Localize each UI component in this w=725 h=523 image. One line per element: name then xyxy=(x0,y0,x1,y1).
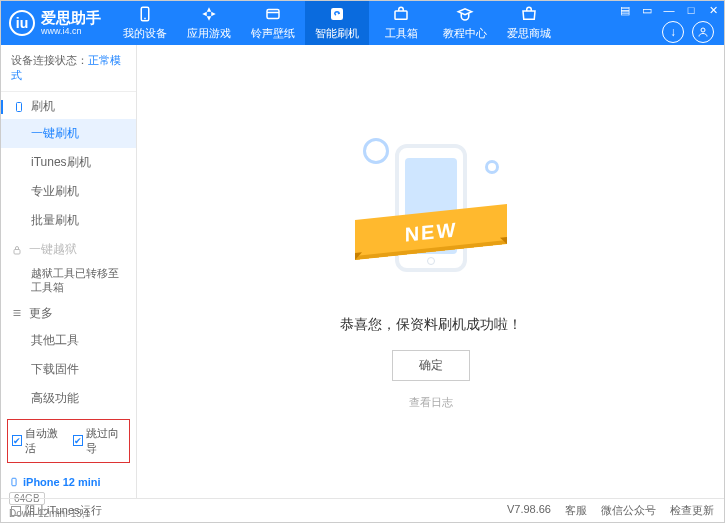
device-name-label: iPhone 12 mini xyxy=(23,476,101,488)
sidebar-item-oneclick-flash[interactable]: 一键刷机 xyxy=(1,119,136,148)
version-label: V7.98.66 xyxy=(507,503,551,518)
nav-my-device[interactable]: 我的设备 xyxy=(113,1,177,45)
checkbox-label: 自动激活 xyxy=(25,426,64,456)
group-label: 更多 xyxy=(29,305,53,322)
checkbox-icon xyxy=(11,506,21,516)
download-icon[interactable]: ↓ xyxy=(662,21,684,43)
check-update-link[interactable]: 检查更新 xyxy=(670,503,714,518)
nav-label: 应用游戏 xyxy=(187,26,231,41)
checkbox-label: 阻止iTunes运行 xyxy=(25,503,102,518)
nav-label: 工具箱 xyxy=(385,26,418,41)
user-icon[interactable] xyxy=(692,21,714,43)
options-box: ✔自动激活 ✔跳过向导 xyxy=(7,419,130,463)
main-nav: 我的设备 应用游戏 铃声壁纸 智能刷机 工具箱 教程中心 爱思商城 xyxy=(113,1,561,45)
group-flash: 刷机 xyxy=(1,92,136,119)
new-ribbon: NEW xyxy=(355,204,507,260)
nav-store[interactable]: 爱思商城 xyxy=(497,1,561,45)
main-content: NEW 恭喜您，保资料刷机成功啦！ 确定 查看日志 xyxy=(137,45,724,498)
success-message: 恭喜您，保资料刷机成功啦！ xyxy=(340,316,522,334)
app-logo: iu 爱思助手 www.i4.cn xyxy=(9,10,101,36)
phone-icon xyxy=(136,5,154,23)
nav-label: 爱思商城 xyxy=(507,26,551,41)
nav-toolbox[interactable]: 工具箱 xyxy=(369,1,433,45)
group-jailbreak: 一键越狱 xyxy=(1,235,136,262)
svg-point-5 xyxy=(701,28,705,32)
view-log-link[interactable]: 查看日志 xyxy=(409,395,453,410)
minimize-button[interactable]: — xyxy=(658,1,680,19)
success-illustration: NEW xyxy=(361,134,501,294)
svg-rect-3 xyxy=(331,8,343,20)
maximize-button[interactable]: □ xyxy=(680,1,702,19)
phone-icon xyxy=(9,475,19,489)
nav-label: 我的设备 xyxy=(123,26,167,41)
nav-label: 教程中心 xyxy=(443,26,487,41)
sidebar-item-advanced[interactable]: 高级功能 xyxy=(1,384,136,413)
checkbox-label: 跳过向导 xyxy=(86,426,125,456)
store-icon xyxy=(520,5,538,23)
customer-service-link[interactable]: 客服 xyxy=(565,503,587,518)
group-label: 一键越狱 xyxy=(29,241,77,258)
toolbox-icon xyxy=(392,5,410,23)
nav-label: 智能刷机 xyxy=(315,26,359,41)
nav-apps[interactable]: 应用游戏 xyxy=(177,1,241,45)
svg-rect-6 xyxy=(17,102,22,111)
graduate-icon xyxy=(456,5,474,23)
menu-icon xyxy=(11,307,23,319)
svg-rect-11 xyxy=(12,478,16,486)
nav-flash[interactable]: 智能刷机 xyxy=(305,1,369,45)
nav-label: 铃声壁纸 xyxy=(251,26,295,41)
close-button[interactable]: ✕ xyxy=(702,1,724,19)
skin-button[interactable]: ▭ xyxy=(636,1,658,19)
logo-icon: iu xyxy=(9,10,35,36)
sidebar: 设备连接状态：正常模式 刷机 一键刷机 iTunes刷机 专业刷机 批量刷机 一… xyxy=(1,45,137,498)
nav-tutorials[interactable]: 教程中心 xyxy=(433,1,497,45)
sidebar-item-download-firmware[interactable]: 下载固件 xyxy=(1,355,136,384)
wallet-icon xyxy=(264,5,282,23)
menu-button[interactable]: ▤ xyxy=(614,1,636,19)
app-title: 爱思助手 xyxy=(41,10,101,25)
phone-icon xyxy=(13,101,25,113)
app-subtitle: www.i4.cn xyxy=(41,27,101,36)
group-more: 更多 xyxy=(1,299,136,326)
block-itunes-checkbox[interactable]: 阻止iTunes运行 xyxy=(11,503,102,518)
lock-icon xyxy=(11,244,23,256)
sidebar-item-pro-flash[interactable]: 专业刷机 xyxy=(1,177,136,206)
ok-button[interactable]: 确定 xyxy=(392,350,470,381)
svg-rect-4 xyxy=(395,11,407,19)
group-label: 刷机 xyxy=(31,98,55,115)
wechat-link[interactable]: 微信公众号 xyxy=(601,503,656,518)
sidebar-item-batch-flash[interactable]: 批量刷机 xyxy=(1,206,136,235)
skip-guide-checkbox[interactable]: ✔跳过向导 xyxy=(73,426,126,456)
connection-status: 设备连接状态：正常模式 xyxy=(1,45,136,92)
refresh-icon xyxy=(328,5,346,23)
nav-ringtones[interactable]: 铃声壁纸 xyxy=(241,1,305,45)
status-bar: 阻止iTunes运行 V7.98.66 客服 微信公众号 检查更新 xyxy=(1,498,724,522)
sidebar-item-other-tools[interactable]: 其他工具 xyxy=(1,326,136,355)
svg-rect-2 xyxy=(267,10,279,19)
checkbox-icon: ✔ xyxy=(12,435,22,446)
status-label: 设备连接状态： xyxy=(11,54,88,66)
jailbreak-note: 越狱工具已转移至工具箱 xyxy=(1,262,136,299)
svg-rect-7 xyxy=(14,249,20,254)
checkbox-icon: ✔ xyxy=(73,435,83,446)
auto-activate-checkbox[interactable]: ✔自动激活 xyxy=(12,426,65,456)
sidebar-item-itunes-flash[interactable]: iTunes刷机 xyxy=(1,148,136,177)
apps-icon xyxy=(200,5,218,23)
